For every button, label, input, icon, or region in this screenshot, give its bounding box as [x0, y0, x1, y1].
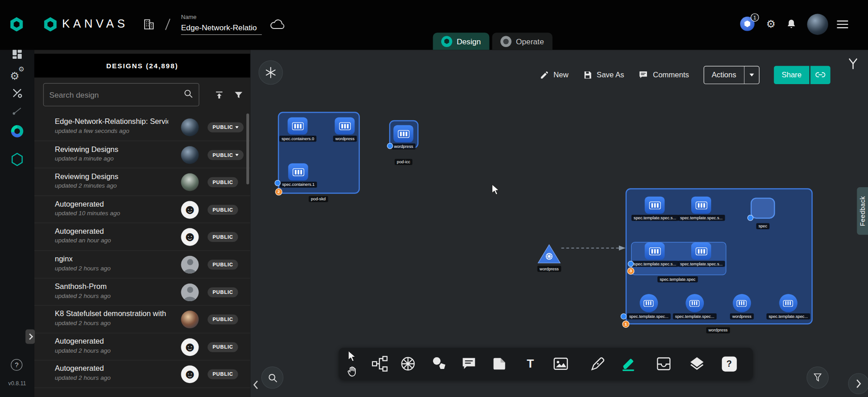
- search-input[interactable]: [49, 90, 180, 99]
- rail-logo-icon[interactable]: [9, 17, 24, 32]
- pod-circle-node[interactable]: wordpress: [730, 294, 754, 320]
- anchor-badge-icon: [621, 313, 627, 319]
- pod-circle-node[interactable]: spec.template.spec...: [673, 294, 717, 320]
- design-list-item[interactable]: Edge-Network-Relationship: Service updat…: [34, 113, 250, 141]
- filter-funnel-button[interactable]: [807, 367, 829, 389]
- avatar: [181, 256, 198, 274]
- pan-hand-tool[interactable]: [345, 364, 360, 379]
- user-avatar[interactable]: [807, 14, 828, 35]
- container-node[interactable]: spec.containers.1: [280, 163, 317, 188]
- chevron-down-icon[interactable]: [745, 66, 759, 83]
- filter-icon[interactable]: [232, 89, 245, 102]
- breadcrumb-slash-icon: [164, 17, 171, 32]
- drawer-tool[interactable]: [654, 354, 673, 373]
- visibility-badge[interactable]: PUBLIC: [208, 342, 238, 352]
- design-canvas[interactable]: New Save As Comments Actions Share: [250, 50, 868, 397]
- layers-tool[interactable]: [688, 354, 707, 373]
- pen-tool[interactable]: [589, 354, 608, 373]
- designs-sidebar: DESIGNS (24,898) Edge-Network-Relationsh…: [34, 50, 250, 397]
- design-title: nginx: [55, 255, 73, 263]
- tab-operate[interactable]: Operate: [492, 33, 552, 50]
- select-cursor-tool[interactable]: [345, 350, 360, 364]
- design-list-item[interactable]: Reviewing Designs updated 2 minutes ago …: [34, 168, 250, 196]
- design-list-item[interactable]: nginx updated 2 hours ago PUBLIC: [34, 251, 250, 279]
- design-list-item[interactable]: Autogenerated updated 2 hours ago PUBLIC: [34, 361, 250, 388]
- container-node[interactable]: wordpress: [333, 118, 357, 142]
- pod-circle-node[interactable]: spec.template.spec...: [766, 294, 810, 320]
- share-button[interactable]: Share: [774, 66, 809, 84]
- container-node[interactable]: spec.template.spec.s...: [678, 242, 725, 267]
- extensions-button[interactable]: 1: [740, 17, 755, 31]
- chevron-left-icon[interactable]: [252, 380, 259, 392]
- visibility-badge[interactable]: PUBLIC: [208, 232, 238, 242]
- search-icon[interactable]: [183, 89, 193, 101]
- highlighter-tool[interactable]: [619, 354, 638, 373]
- notifications-bell-icon[interactable]: [786, 18, 797, 30]
- versions-branch-icon[interactable]: [848, 57, 859, 72]
- media-tool[interactable]: [552, 354, 571, 373]
- save-as-label: Save As: [597, 71, 624, 79]
- container-node[interactable]: wordpress: [392, 125, 415, 150]
- spec-node[interactable]: [750, 198, 775, 219]
- help-button[interactable]: ?: [11, 359, 23, 371]
- shapes-tool[interactable]: [430, 354, 449, 373]
- dashboard-icon[interactable]: [11, 48, 23, 61]
- share-label: Share: [782, 71, 802, 79]
- zoom-tool-button[interactable]: [261, 367, 283, 389]
- design-name-input[interactable]: [181, 22, 262, 35]
- container-node[interactable]: spec.containers.0: [279, 118, 316, 142]
- comment-tool[interactable]: [459, 354, 478, 373]
- visibility-badge[interactable]: PUBLIC: [208, 369, 238, 379]
- sidebar-collapse-button[interactable]: [25, 330, 35, 344]
- settings-gear-icon[interactable]: ⚙: [766, 19, 776, 29]
- copy-link-button[interactable]: [811, 66, 830, 84]
- design-updated: updated a minute ago: [55, 155, 113, 161]
- sidebar-scrollbar[interactable]: [246, 113, 249, 184]
- comments-button[interactable]: Comments: [638, 70, 689, 80]
- configuration-tools-icon[interactable]: [11, 87, 23, 99]
- visibility-badge[interactable]: PUBLIC: [208, 177, 238, 187]
- visibility-badge[interactable]: PUBLIC: [208, 287, 238, 297]
- visibility-badge[interactable]: PUBLIC: [208, 315, 238, 325]
- text-tool[interactable]: T: [521, 354, 540, 373]
- service-node[interactable]: [538, 244, 561, 266]
- design-list-item[interactable]: Autogenerated updated 10 minutes ago PUB…: [34, 196, 250, 223]
- chevron-right-button[interactable]: [848, 373, 868, 394]
- catalog-icon[interactable]: [11, 125, 23, 137]
- design-list-item[interactable]: Santhosh-Prom updated 2 hours ago PUBLIC: [34, 278, 250, 306]
- kubernetes-wheel-tool[interactable]: [399, 354, 418, 373]
- visibility-badge[interactable]: PUBLIC: [208, 123, 244, 132]
- design-list-item[interactable]: Reviewing Designs updated a minute ago P…: [34, 141, 250, 169]
- design-search-box[interactable]: [43, 83, 199, 106]
- sticker-tool[interactable]: [490, 354, 509, 373]
- container-node[interactable]: spec.template.spec.s...: [632, 242, 679, 267]
- toolkit-line-icon[interactable]: [12, 105, 23, 116]
- node-graph-tool[interactable]: [370, 354, 389, 373]
- feedback-tab[interactable]: Feedback: [857, 187, 868, 235]
- design-list-item[interactable]: Autogenerated updated 2 hours ago PUBLIC: [34, 333, 250, 361]
- hamburger-menu-icon[interactable]: [836, 20, 849, 29]
- toolbar-help-button[interactable]: ?: [720, 354, 739, 373]
- brand-logo-icon[interactable]: [43, 17, 58, 32]
- visibility-badge[interactable]: PUBLIC: [208, 205, 238, 215]
- container-node[interactable]: spec.template.spec.s...: [678, 197, 725, 221]
- tab-design[interactable]: Design: [433, 33, 489, 50]
- container-icon: [691, 197, 711, 214]
- organization-icon[interactable]: [143, 18, 155, 31]
- avatar: [181, 283, 198, 301]
- design-list-item[interactable]: K8 Statefulset demonstration with mo upd…: [34, 306, 250, 333]
- container-node[interactable]: spec.template.spec.s...: [632, 197, 679, 221]
- pod-circle-node[interactable]: spec.template.spec...: [627, 294, 671, 320]
- visibility-badge[interactable]: PUBLIC: [208, 260, 238, 269]
- visibility-badge[interactable]: PUBLIC: [208, 150, 244, 160]
- design-list-item[interactable]: Autogenerated updated an hour ago PUBLIC: [34, 223, 250, 251]
- actions-dropdown-button[interactable]: Actions: [703, 66, 760, 84]
- lifecycle-gears-icon[interactable]: ⚙⚙: [10, 67, 24, 80]
- new-button[interactable]: New: [540, 70, 569, 80]
- save-as-button[interactable]: Save As: [583, 70, 624, 80]
- import-design-icon[interactable]: [212, 89, 226, 102]
- meshery-hexagon-icon[interactable]: [11, 153, 23, 166]
- canvas-settings-button[interactable]: [259, 60, 283, 85]
- count-badge: 3: [627, 267, 634, 274]
- operate-tab-label: Operate: [516, 37, 544, 46]
